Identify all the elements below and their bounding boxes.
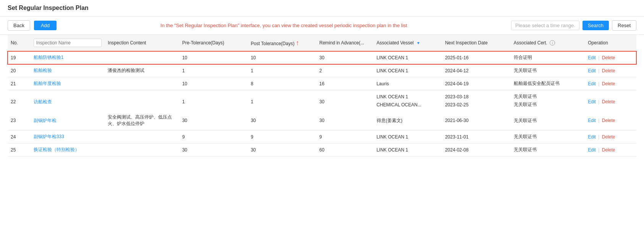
cell-pre: 1 — [179, 64, 248, 77]
reset-button[interactable]: Reset — [612, 20, 636, 31]
toolbar-right: Please select a time range. Search Reset — [511, 20, 636, 31]
col-header-next-date: Next Inspection Date — [442, 35, 511, 51]
cell-no: 20 — [8, 64, 31, 77]
delete-link[interactable]: Delete — [602, 118, 615, 123]
cell-no: 22 — [8, 90, 31, 111]
table-row: 24 副锅炉年检333 9 9 9 LINK OCEAN 1 2023-11-0… — [8, 130, 636, 143]
cell-no: 25 — [8, 143, 31, 156]
cell-next-date: 2025-01-16 — [442, 51, 511, 64]
inspection-link[interactable]: 访船检查 — [34, 99, 52, 104]
search-button[interactable]: Search — [583, 21, 609, 30]
delete-link[interactable]: Delete — [602, 134, 615, 140]
col-header-name — [31, 35, 105, 51]
cell-vessel: Lauris — [374, 77, 442, 90]
time-range-input[interactable]: Please select a time range. — [511, 21, 579, 30]
toolbar-message: In the "Set Regular Inspection Plan" int… — [60, 23, 507, 28]
cell-operation: Edit | Delete — [585, 111, 636, 130]
cell-operation: Edit | Delete — [585, 130, 636, 143]
arrow-up-icon: ↑ — [296, 39, 299, 47]
table-row: 20 船舶检验 潘俊杰的检验测试 1 1 2 LINK OCEAN 1 2024… — [8, 64, 636, 77]
edit-link[interactable]: Edit — [588, 81, 596, 86]
delete-link[interactable]: Delete — [602, 55, 615, 60]
inspection-link[interactable]: 船舶防锈检验1 — [34, 55, 64, 60]
cell-content — [105, 143, 179, 156]
cell-post: 30 — [248, 143, 316, 156]
table-row: 23 副锅炉年检 安全阀测试、高压停炉、低压点火、炉水低位停炉 30 30 30… — [8, 111, 636, 130]
inspection-name-filter[interactable] — [34, 39, 102, 47]
cell-post: 1 — [248, 64, 316, 77]
inspection-link[interactable]: 船舶检验 — [34, 68, 52, 73]
cell-content — [105, 51, 179, 64]
table-header-row: No. Inspection Content Pre-Tolerance(Day… — [8, 35, 636, 51]
inspection-link[interactable]: 船舶年度检验 — [34, 81, 61, 86]
cell-name: 副锅炉年检333 — [31, 130, 105, 143]
edit-link[interactable]: Edit — [588, 118, 596, 123]
edit-link[interactable]: Edit — [588, 99, 596, 104]
cell-cert: 无关联证书 — [511, 90, 585, 101]
page-title: Set Regular Inspection Plan — [0, 0, 644, 16]
cell-next-date: 2023-02-25 — [442, 101, 511, 111]
cell-content — [105, 90, 179, 111]
edit-link[interactable]: Edit — [588, 55, 596, 60]
cell-no: 24 — [8, 130, 31, 143]
col-header-cert: Associated Cert. i — [511, 35, 585, 51]
delete-link[interactable]: Delete — [602, 147, 615, 153]
delete-link[interactable]: Delete — [602, 81, 615, 86]
col-header-content: Inspection Content — [105, 35, 179, 51]
delete-link[interactable]: Delete — [602, 68, 615, 73]
separator: | — [598, 134, 600, 140]
cell-remind: 30 — [316, 90, 374, 111]
cell-cert: 无关联证书 — [511, 130, 585, 143]
table-row: 25 换证检验（特别检验） 30 30 60 LINK OCEAN 1 2024… — [8, 143, 636, 156]
cell-content: 潘俊杰的检验测试 — [105, 64, 179, 77]
cell-vessel: 得意(姜素文) — [374, 111, 442, 130]
table-container: No. Inspection Content Pre-Tolerance(Day… — [0, 35, 644, 156]
cell-vessel: LINK OCEAN 1 — [374, 90, 442, 101]
delete-link[interactable]: Delete — [602, 99, 615, 104]
cell-no: 23 — [8, 111, 31, 130]
edit-link[interactable]: Edit — [588, 147, 596, 153]
col-header-post: Post Tolerance(Days) ↑ — [248, 35, 316, 51]
cell-name: 副锅炉年检 — [31, 111, 105, 130]
cell-post: 30 — [248, 111, 316, 130]
cell-post: 9 — [248, 130, 316, 143]
table-row: 21 船舶年度检验 10 8 16 Lauris 2024-04-19 船舶最低… — [8, 77, 636, 90]
edit-link[interactable]: Edit — [588, 68, 596, 73]
separator: | — [598, 68, 600, 73]
col-header-vessel[interactable]: Associated Vessel ▼ — [374, 35, 442, 51]
cell-vessel: LINK OCEAN 1 — [374, 143, 442, 156]
inspection-link[interactable]: 副锅炉年检333 — [34, 134, 64, 139]
table-row: 19 船舶防锈检验1 10 10 30 LINK OCEAN 1 2025-01… — [8, 51, 636, 64]
cell-pre: 9 — [179, 130, 248, 143]
cell-name: 船舶检验 — [31, 64, 105, 77]
col-header-operation: Operation — [585, 35, 636, 51]
edit-link[interactable]: Edit — [588, 134, 596, 140]
cell-cert: 无关联证书 — [511, 143, 585, 156]
back-button[interactable]: Back — [8, 20, 30, 31]
cell-remind: 30 — [316, 51, 374, 64]
cell-name: 船舶年度检验 — [31, 77, 105, 90]
cell-vessel: CHEMICAL OCEAN... — [374, 101, 442, 111]
cell-content: 安全阀测试、高压停炉、低压点火、炉水低位停炉 — [105, 111, 179, 130]
cell-vessel: LINK OCEAN 1 — [374, 64, 442, 77]
cell-post: 8 — [248, 77, 316, 90]
cell-name: 访船检查 — [31, 90, 105, 111]
cell-cert: 符合证明 — [511, 51, 585, 64]
cell-pre: 10 — [179, 77, 248, 90]
post-tolerance-label: Post Tolerance(Days) — [251, 41, 294, 46]
cell-name: 船舶防锈检验1 — [31, 51, 105, 64]
cell-operation: Edit | Delete — [585, 143, 636, 156]
cell-remind: 60 — [316, 143, 374, 156]
cert-label: Associated Cert. — [514, 40, 547, 46]
sort-icon: ▼ — [416, 41, 420, 45]
add-button[interactable]: Add — [34, 21, 57, 30]
cell-remind: 2 — [316, 64, 374, 77]
cell-name: 换证检验（特别检验） — [31, 143, 105, 156]
cell-next-date: 2023-03-18 — [442, 90, 511, 101]
cell-operation: Edit | Delete — [585, 77, 636, 90]
info-icon[interactable]: i — [550, 40, 555, 46]
cell-remind: 9 — [316, 130, 374, 143]
inspection-link[interactable]: 副锅炉年检 — [34, 118, 57, 123]
inspection-link[interactable]: 换证检验（特别检验） — [34, 147, 79, 152]
cell-post: 1 — [248, 90, 316, 111]
